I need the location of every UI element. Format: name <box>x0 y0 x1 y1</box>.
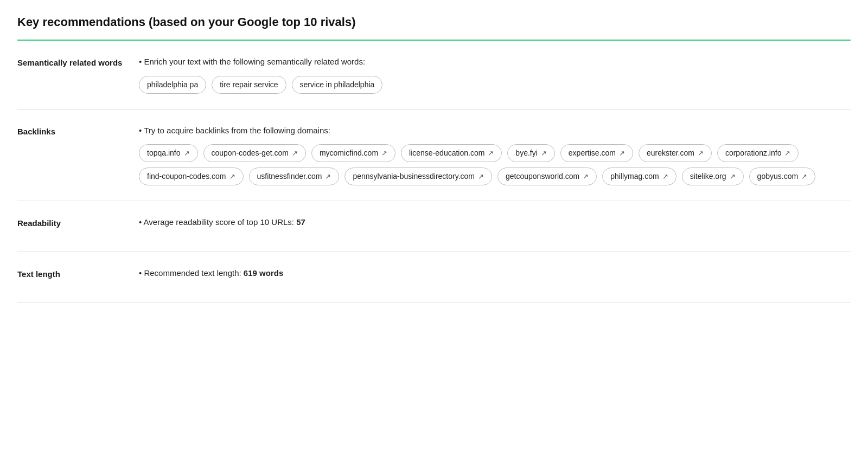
bullet-text-text-length: Recommended text length: 619 words <box>139 267 851 280</box>
tag-semantically-related-words-2[interactable]: service in philadelphia <box>292 76 383 94</box>
section-label-backlinks: Backlinks <box>17 125 126 186</box>
section-label-readability: Readability <box>17 216 126 236</box>
external-link-icon: ↗︎ <box>730 171 736 182</box>
tag-backlinks-8[interactable]: find-coupon-codes.com↗︎ <box>139 168 244 185</box>
bold-value-readability: 57 <box>296 217 305 227</box>
sections-container: Semantically related wordsEnrich your te… <box>17 41 851 302</box>
section-readability: ReadabilityAverage readability score of … <box>17 201 851 252</box>
external-link-icon: ↗︎ <box>488 148 494 159</box>
tag-backlinks-7[interactable]: corporationz.info↗︎ <box>717 144 799 162</box>
section-label-semantically-related-words: Semantically related words <box>17 56 126 94</box>
tags-row-semantically-related-words: philadelphia patire repair serviceservic… <box>139 76 851 94</box>
external-link-icon: ↗︎ <box>784 148 790 159</box>
external-link-icon: ↗︎ <box>325 171 331 182</box>
section-label-text-length: Text length <box>17 267 126 287</box>
section-text-length: Text lengthRecommended text length: 619 … <box>17 252 851 303</box>
external-link-icon: ↗︎ <box>583 171 589 182</box>
section-content-text-length: Recommended text length: 619 words <box>139 267 851 287</box>
tag-semantically-related-words-1[interactable]: tire repair service <box>212 76 286 94</box>
tag-backlinks-5[interactable]: expertise.com↗︎ <box>560 144 633 162</box>
tags-row-backlinks: topqa.info↗︎coupon-codes-get.com↗︎mycomi… <box>139 144 851 185</box>
external-link-icon: ↗︎ <box>478 171 484 182</box>
external-link-icon: ↗︎ <box>541 148 547 159</box>
tag-backlinks-3[interactable]: license-education.com↗︎ <box>401 144 502 162</box>
section-content-readability: Average readability score of top 10 URLs… <box>139 216 851 236</box>
tag-backlinks-1[interactable]: coupon-codes-get.com↗︎ <box>203 144 306 162</box>
external-link-icon: ↗︎ <box>801 171 807 182</box>
external-link-icon: ↗︎ <box>619 148 625 159</box>
section-backlinks: BacklinksTry to acquire backlinks from t… <box>17 110 851 202</box>
section-semantically-related-words: Semantically related wordsEnrich your te… <box>17 41 851 110</box>
external-link-icon: ↗︎ <box>662 171 668 182</box>
bold-value-text-length: 619 words <box>244 268 283 278</box>
external-link-icon: ↗︎ <box>184 148 190 159</box>
tag-backlinks-4[interactable]: bye.fyi↗︎ <box>507 144 554 162</box>
page-container: Key recommendations (based on your Googl… <box>0 0 868 316</box>
external-link-icon: ↗︎ <box>698 148 704 159</box>
tag-backlinks-0[interactable]: topqa.info↗︎ <box>139 144 198 162</box>
tag-backlinks-13[interactable]: sitelike.org↗︎ <box>682 168 744 185</box>
tag-backlinks-9[interactable]: usfitnessfinder.com↗︎ <box>249 168 340 185</box>
external-link-icon: ↗︎ <box>292 148 298 159</box>
bullet-text-backlinks: Try to acquire backlinks from the follow… <box>139 125 851 137</box>
tag-backlinks-11[interactable]: getcouponsworld.com↗︎ <box>497 168 597 185</box>
section-content-backlinks: Try to acquire backlinks from the follow… <box>139 125 851 186</box>
external-link-icon: ↗︎ <box>229 171 235 182</box>
tag-backlinks-6[interactable]: eurekster.com↗︎ <box>639 144 712 162</box>
tag-backlinks-10[interactable]: pennsylvania-businessdirectory.com↗︎ <box>344 168 492 185</box>
bullet-text-readability: Average readability score of top 10 URLs… <box>139 216 851 229</box>
tag-semantically-related-words-0[interactable]: philadelphia pa <box>139 76 206 94</box>
tag-backlinks-14[interactable]: gobyus.com↗︎ <box>749 168 815 185</box>
page-title: Key recommendations (based on your Googl… <box>17 13 851 41</box>
section-content-semantically-related-words: Enrich your text with the following sema… <box>139 56 851 94</box>
tag-backlinks-2[interactable]: mycomicfind.com↗︎ <box>311 144 395 162</box>
tag-backlinks-12[interactable]: phillymag.com↗︎ <box>602 168 676 185</box>
bullet-text-semantically-related-words: Enrich your text with the following sema… <box>139 56 851 68</box>
external-link-icon: ↗︎ <box>381 148 387 159</box>
